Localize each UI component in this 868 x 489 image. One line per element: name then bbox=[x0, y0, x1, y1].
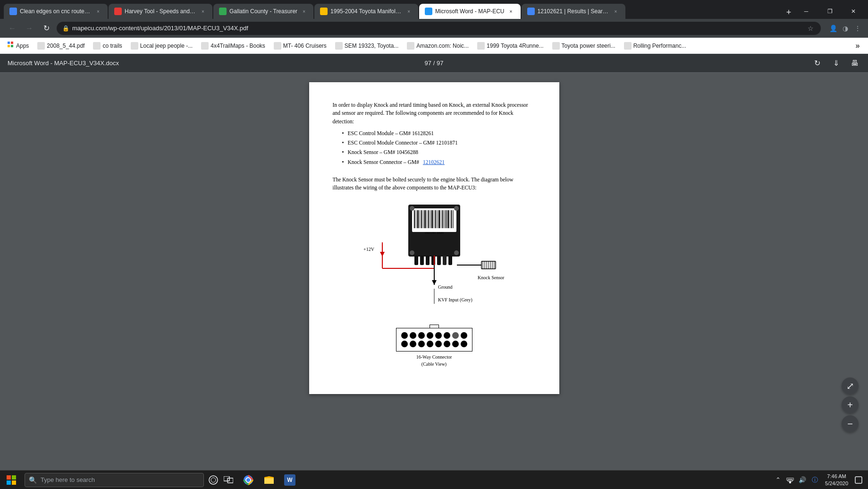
address-input[interactable]: 🔒 mapecu.com/wp-content/uploads/2013/01/… bbox=[57, 22, 821, 35]
taskbar-app-explorer[interactable] bbox=[259, 471, 279, 489]
browser-window: Clean edges on cnc routed c×Harvey Tool … bbox=[0, 0, 868, 489]
tab-tab4[interactable]: 1995-2004 Toyota Manifold C× bbox=[314, 4, 418, 19]
close-button[interactable]: ✕ bbox=[843, 4, 864, 19]
clock-time: 7:46 AM bbox=[827, 473, 846, 480]
svg-rect-0 bbox=[8, 42, 10, 44]
svg-rect-34 bbox=[228, 478, 233, 483]
volume-icon[interactable]: 🔊 bbox=[797, 474, 808, 486]
bookmark-item-1[interactable]: 2008_5_44.pdf bbox=[34, 40, 88, 51]
taskbar-clock[interactable]: 7:46 AM 5/24/2020 bbox=[821, 473, 852, 487]
dot bbox=[444, 341, 450, 347]
dot bbox=[401, 332, 408, 339]
bookmark-item-8[interactable]: 1999 Toyota 4Runne... bbox=[473, 40, 548, 51]
connector-row-2 bbox=[401, 341, 467, 347]
tab-tab3[interactable]: Gallatin County - Treasurer× bbox=[213, 4, 313, 19]
tab-title: 12102621 | Results | Search | bbox=[538, 8, 609, 15]
help-icon[interactable]: ⓘ bbox=[809, 474, 820, 486]
pdf-link-12102621[interactable]: 12102621 bbox=[423, 158, 445, 166]
dot bbox=[452, 341, 459, 347]
forward-button[interactable]: → bbox=[23, 22, 36, 35]
chevron-up-icon[interactable]: ⌃ bbox=[772, 474, 784, 486]
svg-rect-18 bbox=[438, 210, 440, 228]
lock-icon: 🔒 bbox=[62, 25, 69, 32]
svg-rect-12 bbox=[428, 210, 429, 228]
notification-button[interactable] bbox=[853, 474, 864, 486]
pdf-intro-text: In order to display Knock and retard tim… bbox=[333, 101, 536, 126]
pdf-download-button[interactable]: ⇓ bbox=[828, 56, 843, 71]
taskbar-app-chrome[interactable] bbox=[238, 471, 259, 489]
zoom-out-button[interactable]: − bbox=[842, 415, 859, 432]
bookmark-favicon bbox=[274, 42, 281, 50]
network-icon[interactable] bbox=[784, 474, 796, 486]
bookmark-item-9[interactable]: Toyota power steeri... bbox=[548, 40, 619, 51]
start-button[interactable] bbox=[0, 471, 23, 489]
pdf-refresh-button[interactable]: ↻ bbox=[809, 56, 825, 71]
bookmark-favicon bbox=[201, 42, 209, 50]
pdf-bullet-2: • ESC Control Module Connector – GM# 121… bbox=[333, 139, 536, 147]
bookmark-item-3[interactable]: Local jeep people -... bbox=[127, 40, 196, 51]
svg-rect-6 bbox=[417, 210, 419, 228]
restore-button[interactable]: ❐ bbox=[819, 4, 841, 19]
tab-close-button[interactable]: × bbox=[507, 8, 515, 15]
bookmark-item-0[interactable]: Apps bbox=[4, 40, 33, 51]
menu-icon[interactable]: ⋮ bbox=[853, 24, 862, 33]
reload-button[interactable]: ↻ bbox=[40, 22, 53, 35]
zoom-in-button[interactable]: + bbox=[842, 396, 859, 413]
tab-tab1[interactable]: Clean edges on cnc routed c× bbox=[4, 4, 108, 19]
svg-rect-23 bbox=[447, 210, 449, 228]
tab-close-button[interactable]: × bbox=[405, 8, 413, 15]
dot bbox=[427, 332, 433, 339]
taskbar-search[interactable]: 🔍 Type here to search bbox=[25, 473, 204, 487]
wiring-svg: 15021391 20MY bbox=[335, 200, 533, 323]
svg-point-31 bbox=[209, 476, 218, 484]
fit-page-button[interactable]: ⤢ bbox=[842, 377, 859, 395]
tab-close-button[interactable]: × bbox=[612, 8, 620, 15]
bookmark-label: 4x4TrailMaps - Books bbox=[211, 43, 265, 49]
zoom-controls: ⤢ + − bbox=[842, 377, 859, 432]
svg-rect-22 bbox=[446, 210, 447, 228]
tab-tab6[interactable]: 12102621 | Results | Search |× bbox=[522, 4, 625, 19]
extensions-icon[interactable]: ◑ bbox=[841, 24, 850, 33]
back-button[interactable]: ← bbox=[6, 22, 19, 35]
task-view-button[interactable] bbox=[221, 472, 236, 488]
dot bbox=[452, 332, 459, 339]
pdf-viewer[interactable]: In order to display Knock and retard tim… bbox=[0, 73, 868, 489]
bookmark-item-6[interactable]: SEM 19323, Toyota... bbox=[331, 40, 403, 51]
tab-close-button[interactable]: × bbox=[199, 8, 207, 15]
bookmarks-overflow-button[interactable]: » bbox=[851, 39, 864, 52]
pdf-toolbar: Microsoft Word - MAP-ECU3_V34X.docx 97 /… bbox=[0, 54, 868, 73]
tab-tab5[interactable]: Microsoft Word - MAP-ECU× bbox=[419, 4, 520, 19]
tab-close-button[interactable]: × bbox=[94, 8, 102, 15]
bookmark-item-2[interactable]: co trails bbox=[89, 40, 126, 51]
tab-close-button[interactable]: × bbox=[300, 8, 308, 15]
tab-title: 1995-2004 Toyota Manifold C bbox=[330, 8, 402, 15]
svg-rect-1 bbox=[11, 42, 13, 44]
svg-rect-2 bbox=[8, 45, 10, 47]
dot bbox=[427, 341, 433, 347]
bullet-dot: • bbox=[342, 158, 344, 166]
profile-icon[interactable]: 👤 bbox=[828, 24, 838, 33]
pdf-print-button[interactable]: 🖶 bbox=[847, 56, 862, 71]
bookmark-item-10[interactable]: Rolling Performanc... bbox=[620, 40, 690, 51]
bookmark-label: Apps bbox=[16, 43, 29, 49]
corner-hole-br bbox=[454, 250, 459, 255]
label-ground: Ground bbox=[438, 284, 453, 290]
bookmark-item-5[interactable]: MT- 406 Cruisers bbox=[270, 40, 330, 51]
tab-tab2[interactable]: Harvey Tool - Speeds and Fe× bbox=[109, 4, 212, 19]
svg-rect-13 bbox=[430, 210, 430, 228]
dot bbox=[410, 332, 416, 339]
bookmark-star-icon[interactable]: ☆ bbox=[806, 24, 815, 33]
pdf-bullet-4: • Knock Sensor Connector – GM# 12102621 bbox=[333, 158, 536, 166]
taskbar-app-word[interactable]: W bbox=[279, 471, 300, 489]
cortana-button[interactable] bbox=[206, 472, 221, 488]
bullet-dot: • bbox=[342, 139, 344, 147]
barcode bbox=[414, 210, 454, 228]
dot bbox=[444, 332, 450, 339]
corner-hole-bl bbox=[410, 250, 414, 255]
bookmark-item-4[interactable]: 4x4TrailMaps - Books bbox=[197, 40, 269, 51]
new-tab-button[interactable]: + bbox=[782, 6, 795, 19]
label-knock-sensor: Knock Sensor bbox=[478, 275, 505, 280]
svg-rect-28 bbox=[12, 475, 16, 480]
bookmark-item-7[interactable]: Amazon.com: Noic... bbox=[403, 40, 472, 51]
minimize-button[interactable]: ─ bbox=[795, 4, 817, 19]
